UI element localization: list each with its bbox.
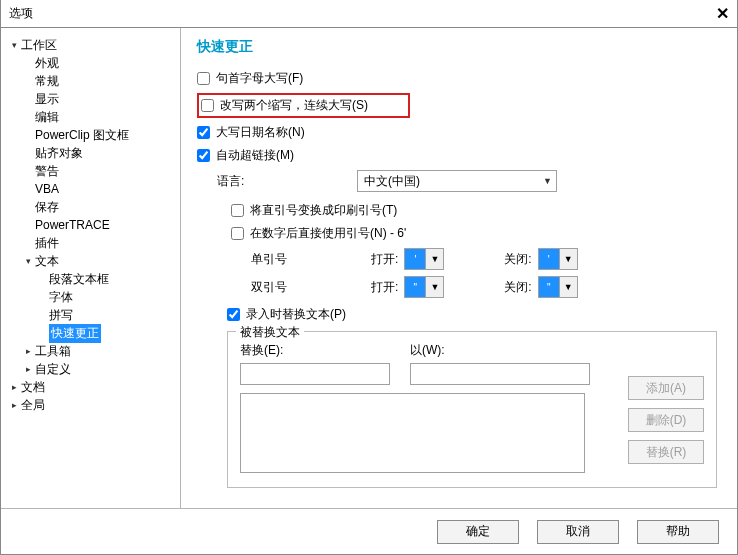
- replace-column-label: 替换(E):: [240, 342, 390, 359]
- category-tree[interactable]: ▾工作区 ·外观 ·常规 ·显示 ·编辑 ·PowerClip 图文框 ·贴齐对…: [1, 28, 181, 508]
- close-icon[interactable]: ✕: [716, 4, 729, 23]
- content-panel: 快速更正 句首字母大写(F) 改写两个缩写，连续大写(S) 大写日期名称(N) …: [181, 28, 737, 508]
- tree-node-quickcorrect[interactable]: ·快速更正: [5, 324, 176, 342]
- caret-down-icon: ▾: [9, 40, 19, 50]
- tree-node-powertrace[interactable]: ·PowerTRACE: [5, 216, 176, 234]
- capitalize-days-row: 大写日期名称(N): [197, 124, 717, 141]
- chevron-down-icon[interactable]: ▼: [559, 249, 577, 269]
- correct-two-caps-checkbox[interactable]: [201, 99, 214, 112]
- auto-hyperlink-label: 自动超链接(M): [216, 147, 294, 164]
- double-close-combo[interactable]: " ▼: [538, 276, 578, 298]
- tree-node-text[interactable]: ▾文本: [5, 252, 176, 270]
- caret-right-icon: ▸: [9, 382, 19, 392]
- tree-node-general[interactable]: ·常规: [5, 72, 176, 90]
- close-label: 关闭:: [504, 251, 531, 268]
- language-label: 语言:: [217, 173, 357, 190]
- panel-heading: 快速更正: [197, 38, 717, 56]
- replace-button[interactable]: 替换(R): [628, 440, 704, 464]
- chevron-down-icon[interactable]: ▼: [425, 249, 443, 269]
- with-input[interactable]: [410, 363, 590, 385]
- replaced-text-fieldset: 被替换文本 替换(E): 以(W): 添加(A) 删除(D) 替换(R): [227, 331, 717, 488]
- window-title: 选项: [9, 5, 33, 22]
- quote-after-number-row: 在数字后直接使用引号(N) - 6': [231, 225, 717, 242]
- quotes-section: 将直引号变换成印刷引号(T) 在数字后直接使用引号(N) - 6' 单引号 打开…: [231, 202, 717, 298]
- tree-node-edit[interactable]: ·编辑: [5, 108, 176, 126]
- capitalize-days-checkbox[interactable]: [197, 126, 210, 139]
- single-quote-row: 单引号 打开: ' ▼ 关闭: ' ▼: [251, 248, 717, 270]
- double-close-value: ": [539, 277, 559, 297]
- double-open-value: ": [405, 277, 425, 297]
- language-select[interactable]: 中文(中国) ▼: [357, 170, 557, 192]
- tree-node-display[interactable]: ·显示: [5, 90, 176, 108]
- smart-quotes-checkbox[interactable]: [231, 204, 244, 217]
- caret-right-icon: ▸: [23, 346, 33, 356]
- options-dialog: 选项 ✕ ▾工作区 ·外观 ·常规 ·显示 ·编辑 ·PowerClip 图文框…: [0, 0, 738, 555]
- capitalize-first-row: 句首字母大写(F): [197, 70, 717, 87]
- chevron-down-icon: ▼: [543, 176, 552, 186]
- capitalize-days-label: 大写日期名称(N): [216, 124, 305, 141]
- tree-node-spelling[interactable]: ·拼写: [5, 306, 176, 324]
- quote-after-number-label: 在数字后直接使用引号(N) - 6': [250, 225, 406, 242]
- dialog-footer: 确定 取消 帮助: [1, 508, 737, 554]
- language-value: 中文(中国): [364, 173, 420, 190]
- replace-on-type-label: 录入时替换文本(P): [246, 306, 346, 323]
- single-close-combo[interactable]: ' ▼: [538, 248, 578, 270]
- smart-quotes-row: 将直引号变换成印刷引号(T): [231, 202, 717, 219]
- double-quote-row: 双引号 打开: " ▼ 关闭: " ▼: [251, 276, 717, 298]
- cancel-button[interactable]: 取消: [537, 520, 619, 544]
- caret-down-icon: ▾: [23, 256, 33, 266]
- tree-node-customize[interactable]: ▸自定义: [5, 360, 176, 378]
- tree-node-toolbox[interactable]: ▸工具箱: [5, 342, 176, 360]
- tree-node-vba[interactable]: ·VBA: [5, 180, 176, 198]
- caret-right-icon: ▸: [9, 400, 19, 410]
- highlighted-option: 改写两个缩写，连续大写(S): [197, 93, 410, 118]
- double-quote-label: 双引号: [251, 279, 371, 296]
- tree-node-snap[interactable]: ·贴齐对象: [5, 144, 176, 162]
- quote-after-number-checkbox[interactable]: [231, 227, 244, 240]
- correct-two-caps-label: 改写两个缩写，连续大写(S): [220, 97, 368, 114]
- language-row: 语言: 中文(中国) ▼: [217, 170, 717, 192]
- single-open-combo[interactable]: ' ▼: [404, 248, 444, 270]
- tree-node-plugins[interactable]: ·插件: [5, 234, 176, 252]
- auto-hyperlink-row: 自动超链接(M): [197, 147, 717, 164]
- smart-quotes-label: 将直引号变换成印刷引号(T): [250, 202, 397, 219]
- open-label: 打开:: [371, 251, 398, 268]
- caret-right-icon: ▸: [23, 364, 33, 374]
- double-open-combo[interactable]: " ▼: [404, 276, 444, 298]
- correct-two-caps-row: 改写两个缩写，连续大写(S): [197, 93, 717, 118]
- with-column-label: 以(W):: [410, 342, 590, 359]
- delete-button[interactable]: 删除(D): [628, 408, 704, 432]
- single-open-value: ': [405, 249, 425, 269]
- tree-node-global[interactable]: ▸全局: [5, 396, 176, 414]
- replace-on-type-checkbox[interactable]: [227, 308, 240, 321]
- ok-button[interactable]: 确定: [437, 520, 519, 544]
- single-quote-label: 单引号: [251, 251, 371, 268]
- fieldset-legend: 被替换文本: [236, 324, 304, 341]
- titlebar: 选项 ✕: [1, 0, 737, 28]
- tree-node-workspace[interactable]: ▾工作区: [5, 36, 176, 54]
- tree-node-appearance[interactable]: ·外观: [5, 54, 176, 72]
- tree-node-paragraph-frame[interactable]: ·段落文本框: [5, 270, 176, 288]
- replace-on-type-row: 录入时替换文本(P): [227, 306, 717, 323]
- open-label: 打开:: [371, 279, 398, 296]
- auto-hyperlink-checkbox[interactable]: [197, 149, 210, 162]
- add-button[interactable]: 添加(A): [628, 376, 704, 400]
- tree-node-save[interactable]: ·保存: [5, 198, 176, 216]
- replace-input[interactable]: [240, 363, 390, 385]
- help-button[interactable]: 帮助: [637, 520, 719, 544]
- chevron-down-icon[interactable]: ▼: [425, 277, 443, 297]
- tree-node-warnings[interactable]: ·警告: [5, 162, 176, 180]
- close-label: 关闭:: [504, 279, 531, 296]
- dialog-body: ▾工作区 ·外观 ·常规 ·显示 ·编辑 ·PowerClip 图文框 ·贴齐对…: [1, 28, 737, 508]
- replacement-listbox[interactable]: [240, 393, 585, 473]
- capitalize-first-checkbox[interactable]: [197, 72, 210, 85]
- capitalize-first-label: 句首字母大写(F): [216, 70, 303, 87]
- chevron-down-icon[interactable]: ▼: [559, 277, 577, 297]
- tree-node-font[interactable]: ·字体: [5, 288, 176, 306]
- tree-node-document[interactable]: ▸文档: [5, 378, 176, 396]
- tree-node-powerclip[interactable]: ·PowerClip 图文框: [5, 126, 176, 144]
- single-close-value: ': [539, 249, 559, 269]
